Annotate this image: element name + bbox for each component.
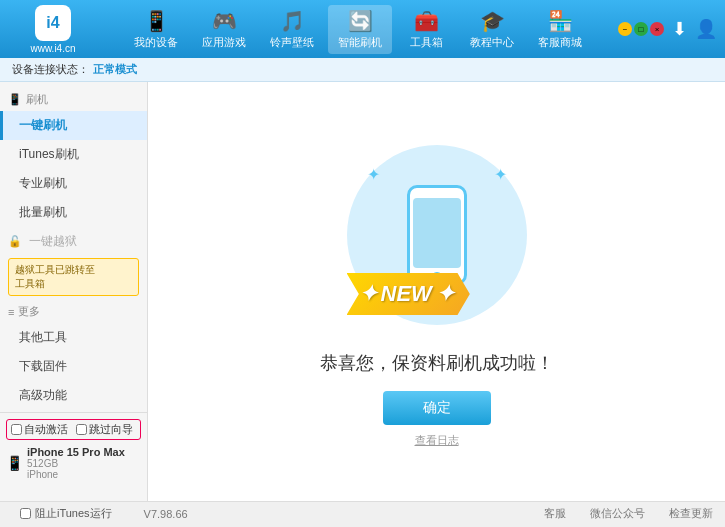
sidebar: 📱 刷机 一键刷机 iTunes刷机 专业刷机 批量刷机 🔓 一键越狱 越狱工 [0, 82, 148, 501]
logo-icon: i4 [35, 5, 71, 41]
sidebar-section-flash: 📱 刷机 一键刷机 iTunes刷机 专业刷机 批量刷机 [0, 88, 147, 227]
sidebar-item-itunes-flash[interactable]: iTunes刷机 [0, 140, 147, 169]
itunes-check-label: 阻止iTunes运行 [35, 506, 112, 521]
nav-my-device[interactable]: 📱 我的设备 [124, 5, 188, 54]
toolbox-icon: 🧰 [414, 9, 439, 33]
sidebar-jailbreak-header: 🔓 一键越狱 [0, 229, 147, 254]
flash-header-label: 刷机 [26, 92, 48, 107]
itunes-check-checkbox[interactable] [20, 508, 31, 519]
service-icon: 🏪 [548, 9, 573, 33]
tutorial-label: 教程中心 [470, 35, 514, 50]
new-ribbon: ✦ NEW ✦ [347, 273, 470, 315]
footer-version: V7.98.66 [144, 508, 188, 520]
nav-tutorial[interactable]: 🎓 教程中心 [460, 5, 524, 54]
maximize-button[interactable]: □ [634, 22, 648, 36]
minimize-button[interactable]: − [618, 22, 632, 36]
win-controls: − □ × [618, 22, 664, 36]
download-button[interactable]: ⬇ [672, 18, 687, 40]
nav-toolbox[interactable]: 🧰 工具箱 [396, 5, 456, 54]
auto-activate-option[interactable]: 自动激活 [11, 422, 68, 437]
phone-body [407, 185, 467, 285]
service-label: 客服商城 [538, 35, 582, 50]
more-header-label: 更多 [18, 304, 40, 319]
smart-flash-label: 智能刷机 [338, 35, 382, 50]
sidebar-item-pro-flash[interactable]: 专业刷机 [0, 169, 147, 198]
user-button[interactable]: 👤 [695, 18, 717, 40]
jailbreak-notice: 越狱工具已跳转至工具箱 [8, 258, 139, 296]
close-button[interactable]: × [650, 22, 664, 36]
ringtone-icon: 🎵 [280, 9, 305, 33]
device-name: iPhone 15 Pro Max [27, 446, 125, 458]
sidebar-section-more: ≡ 更多 其他工具 下载固件 高级功能 [0, 300, 147, 410]
one-key-flash-label: 一键刷机 [19, 118, 67, 132]
advanced-label: 高级功能 [19, 388, 67, 402]
nav-smart-flash[interactable]: 🔄 智能刷机 [328, 5, 392, 54]
sidebar-item-download-firmware[interactable]: 下载固件 [0, 352, 147, 381]
smart-flash-icon: 🔄 [348, 9, 373, 33]
logo-area: i4 www.i4.cn [8, 5, 98, 54]
content-area: ✦ ✦ ✦ ✦ NEW ✦ 恭喜您，保资料刷机成功啦！ 确定 查看日志 [148, 82, 725, 501]
my-device-icon: 📱 [144, 9, 169, 33]
device-section: 自动激活 跳过向导 📱 iPhone 15 Pro Max 512GB iPho… [0, 412, 147, 486]
main-layout: 📱 刷机 一键刷机 iTunes刷机 专业刷机 批量刷机 🔓 一键越狱 越狱工 [0, 82, 725, 501]
itunes-flash-label: iTunes刷机 [19, 147, 79, 161]
ringtone-label: 铃声壁纸 [270, 35, 314, 50]
guide-option[interactable]: 跳过向导 [76, 422, 133, 437]
device-storage: 512GB [27, 458, 125, 469]
itunes-check-option[interactable]: 阻止iTunes运行 [12, 504, 120, 523]
phone-screen [413, 198, 461, 268]
jailbreak-header-icon: 🔓 [8, 235, 22, 248]
sidebar-item-one-key-flash[interactable]: 一键刷机 [0, 111, 147, 140]
statusbar-prefix: 设备连接状态： [12, 62, 89, 77]
flash-header-icon: 📱 [8, 93, 22, 106]
new-star-left: ✦ [359, 281, 377, 307]
new-ribbon-shape: ✦ NEW ✦ [347, 273, 470, 315]
nav-ringtone[interactable]: 🎵 铃声壁纸 [260, 5, 324, 54]
sidebar-item-batch-flash[interactable]: 批量刷机 [0, 198, 147, 227]
sidebar-item-other-tools[interactable]: 其他工具 [0, 323, 147, 352]
device-name-block: iPhone 15 Pro Max 512GB iPhone [27, 446, 125, 480]
device-type: iPhone [27, 469, 125, 480]
topbar: i4 www.i4.cn 📱 我的设备 🎮 应用游戏 🎵 铃声壁纸 🔄 智能刷机… [0, 0, 725, 58]
view-log-link[interactable]: 查看日志 [415, 433, 459, 448]
footer-qq[interactable]: 客服 [544, 506, 566, 521]
pro-flash-label: 专业刷机 [19, 176, 67, 190]
sidebar-section-jailbreak: 🔓 一键越狱 越狱工具已跳转至工具箱 [0, 229, 147, 296]
new-star-right: ✦ [436, 281, 454, 307]
nav-items: 📱 我的设备 🎮 应用游戏 🎵 铃声壁纸 🔄 智能刷机 🧰 工具箱 🎓 教程中心… [98, 5, 618, 54]
nav-app-games[interactable]: 🎮 应用游戏 [192, 5, 256, 54]
statusbar-mode: 正常模式 [93, 62, 137, 77]
tutorial-icon: 🎓 [480, 9, 505, 33]
app-games-label: 应用游戏 [202, 35, 246, 50]
logo-text: i4 [46, 14, 59, 32]
success-text: 恭喜您，保资料刷机成功啦！ [320, 351, 554, 375]
statusbar: 设备连接状态： 正常模式 [0, 58, 725, 82]
sidebar-flash-header: 📱 刷机 [0, 88, 147, 111]
app-games-icon: 🎮 [212, 9, 237, 33]
success-image: ✦ ✦ ✦ ✦ NEW ✦ [337, 135, 537, 335]
jailbreak-header-label: 一键越狱 [26, 233, 77, 250]
confirm-button[interactable]: 确定 [383, 391, 491, 425]
logo-url: www.i4.cn [30, 43, 75, 54]
nav-service[interactable]: 🏪 客服商城 [528, 5, 592, 54]
guide-label: 跳过向导 [89, 422, 133, 437]
footer-wechat[interactable]: 微信公众号 [590, 506, 645, 521]
new-label: NEW [381, 281, 432, 307]
guide-checkbox[interactable] [76, 424, 87, 435]
footer-check-update[interactable]: 检查更新 [669, 506, 713, 521]
topbar-right: − □ × ⬇ 👤 [618, 18, 717, 40]
batch-flash-label: 批量刷机 [19, 205, 67, 219]
sidebar-more-header: ≡ 更多 [0, 300, 147, 323]
sidebar-item-advanced[interactable]: 高级功能 [0, 381, 147, 410]
my-device-label: 我的设备 [134, 35, 178, 50]
device-options-row: 自动激活 跳过向导 [6, 419, 141, 440]
sparkle-tl: ✦ [367, 165, 380, 184]
device-phone-icon: 📱 [6, 455, 23, 471]
device-info: 📱 iPhone 15 Pro Max 512GB iPhone [6, 444, 141, 482]
footer: 阻止iTunes运行 V7.98.66 客服 微信公众号 检查更新 [0, 501, 725, 525]
other-tools-label: 其他工具 [19, 330, 67, 344]
sparkle-tr: ✦ [494, 165, 507, 184]
toolbox-label: 工具箱 [410, 35, 443, 50]
auto-activate-label: 自动激活 [24, 422, 68, 437]
auto-activate-checkbox[interactable] [11, 424, 22, 435]
